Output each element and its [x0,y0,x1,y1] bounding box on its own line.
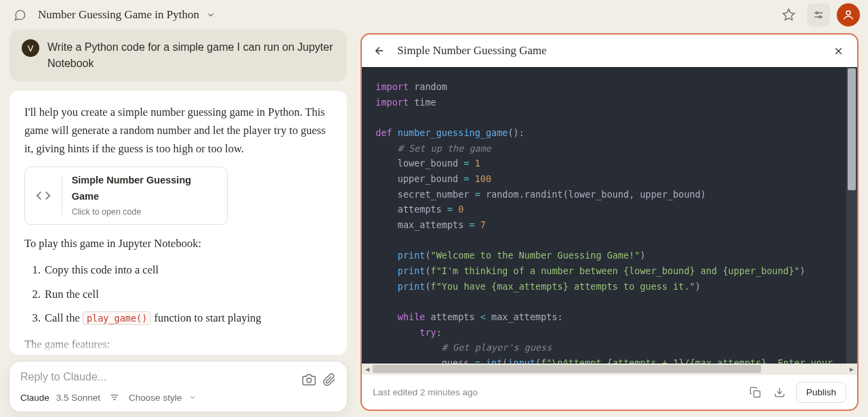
artifact-card-title: Simple Number Guessing Game [72,173,218,205]
instructions-lead: To play this game in Jupyter Notebook: [24,234,332,253]
horizontal-scrollbar[interactable]: ◄ ► [362,364,857,374]
svg-point-4 [819,16,821,18]
svg-point-3 [816,12,818,14]
svg-rect-10 [754,391,760,397]
svg-marker-0 [783,9,795,20]
instructions-list: Copy this code into a cell Run the cell … [43,261,332,327]
download-button[interactable] [772,385,788,401]
assistant-message: I'll help you create a simple number gue… [9,91,347,355]
chat-icon[interactable] [8,3,31,26]
list-item: Call the play_game() function to start p… [43,309,332,327]
chevron-down-icon[interactable] [206,10,215,20]
last-edited-label: Last edited 2 minutes ago [373,387,739,397]
list-item: Run the cell [43,285,332,303]
assistant-intro: I'll help you create a simple number gue… [24,103,332,158]
code-viewer[interactable]: import random import time def number_gue… [362,67,846,364]
vertical-scrollbar[interactable] [846,67,857,364]
svg-point-5 [846,11,850,15]
model-version[interactable]: 3.5 Sonnet [56,393,100,403]
artifact-panel: Simple Number Guessing Game import rando… [360,33,859,411]
close-button[interactable] [830,43,846,59]
inline-code: play_game() [83,311,151,325]
publish-button[interactable]: Publish [796,382,846,403]
style-picker[interactable]: Choose style [129,393,182,403]
user-avatar: V [22,39,39,57]
star-button[interactable] [777,3,800,26]
copy-button[interactable] [747,385,764,401]
scrollbar-thumb[interactable] [848,68,856,190]
fade-overlay [9,334,347,355]
scroll-left-arrow[interactable]: ◄ [362,364,373,374]
topbar: Number Guessing Game in Python [0,0,868,30]
list-item: Copy this code into a cell [43,261,332,279]
code-icon [25,177,62,215]
user-message: V Write a Python code for a simple game … [9,30,347,81]
artifact-card[interactable]: Simple Number Guessing Game Click to ope… [24,167,228,225]
attachment-icon[interactable] [323,372,336,387]
style-icon[interactable] [107,390,122,405]
model-label: Claude [20,393,49,403]
back-arrow-button[interactable] [371,43,388,59]
scroll-right-arrow[interactable]: ► [846,364,857,374]
user-message-text: Write a Python code for a simple game I … [47,39,335,72]
conversation-title[interactable]: Number Guessing Game in Python [38,8,199,22]
reply-input[interactable] [20,370,302,390]
camera-icon[interactable] [302,372,316,387]
svg-point-6 [307,378,312,383]
composer: Claude 3.5 Sonnet Choose style [9,361,347,412]
artifact-panel-title: Simple Number Guessing Game [397,44,821,58]
chevron-down-icon[interactable] [188,393,197,401]
scrollbar-thumb[interactable] [373,365,761,373]
account-avatar-button[interactable] [837,3,860,26]
settings-sliders-button[interactable] [807,3,830,26]
artifact-card-subtitle: Click to open code [72,205,218,219]
